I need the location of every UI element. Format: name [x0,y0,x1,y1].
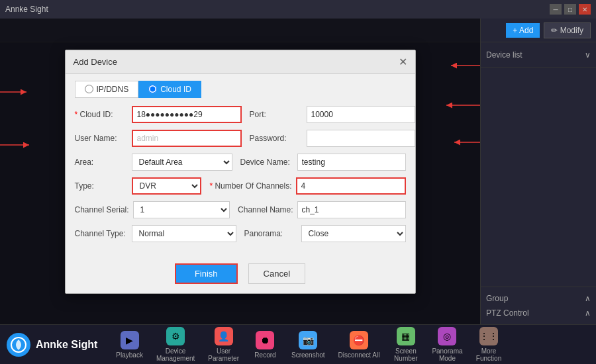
add-device-modal: Add Device ✕ IP/DDNS Cloud ID [65,50,416,294]
device-mgmt-icon: ⚙ [166,327,185,345]
password-label: Password: [250,134,303,143]
modal-overlay: should be admin can be DVR or NVR [0,19,480,324]
ptz-label: PTZ Control [486,308,529,318]
cloud-id-input[interactable] [132,106,242,123]
finish-button[interactable]: Finish [175,263,238,284]
modal-footer: Finish Cancel [66,257,415,293]
logo-svg [11,337,26,353]
cloud-id-label: Cloud ID: [75,110,128,119]
taskbar-item-disconnect[interactable]: ⛔ Disconnect All [333,328,385,361]
username-label: User Name: [75,134,128,143]
form-row-user-pass: User Name: Password: [75,130,406,147]
port-label: Port: [250,110,303,119]
device-list-label: Device list [486,50,522,60]
ptz-section: PTZ Control ∧ [486,306,591,320]
form-row-type-channels: Type: DVR NVR Number Of Channels: [75,177,406,195]
taskbar-item-record[interactable]: ⏺ Record [247,328,283,361]
logo-icon [7,333,30,357]
channel-name-input[interactable] [297,201,406,218]
area-label: Area: [75,158,128,167]
main-layout: should be admin can be DVR or NVR [0,19,596,324]
channel-name-label: Channel Name: [238,205,293,214]
sidebar-top-bar: + Add ✏ Modify [481,19,596,42]
panorama-label: Panorama: [244,229,297,238]
form-group-channels: Number Of Channels: [209,177,405,195]
password-input[interactable] [307,130,415,147]
radio-cloud-id[interactable] [148,85,157,93]
record-label: Record [254,351,275,359]
taskbar-item-more[interactable]: ⋮⋮ MoreFunction [471,324,507,364]
form-group-port: Port: [250,106,415,123]
user-param-icon: 👤 [215,327,233,345]
ptz-chevron: ∧ [585,308,591,318]
taskbar-item-device-mgmt[interactable]: ⚙ DeviceManagement [151,324,200,364]
app-logo: Annke Sight [7,333,97,357]
screen-num-label: ScreenNumber [394,347,418,362]
taskbar-item-playback[interactable]: ▶ Playback [111,328,148,361]
form-group-panorama: Panorama: Close Open [244,225,406,242]
playback-label: Playback [116,351,143,359]
form-group-channel-type: Channel Type: Normal HD [75,225,236,242]
form-group-channel-name: Channel Name: [238,201,405,218]
arrow-password [451,59,480,72]
channel-serial-select[interactable]: 1 [133,201,230,218]
type-select[interactable]: DVR NVR [132,177,202,195]
modal-close-button[interactable]: ✕ [399,56,407,68]
maximize-button[interactable]: □ [564,4,576,15]
modify-button[interactable]: ✏ Modify [544,23,591,38]
modal-tabs: IP/DDNS Cloud ID [66,74,415,98]
form-row-area-device: Area: Default Area Device Name: [75,154,406,171]
group-chevron: ∧ [585,294,591,303]
form-group-type: Type: DVR NVR [75,177,202,195]
radio-ip-ddns[interactable] [85,85,93,93]
device-mgmt-label: DeviceManagement [156,347,195,362]
form-row-type-panorama: Channel Type: Normal HD Panorama: Close [75,225,406,242]
app-name: Annke Sight [36,339,97,351]
screenshot-label: Screenshot [291,351,325,359]
screen-num-icon: ▦ [397,327,415,345]
disconnect-label: Disconnect All [338,351,380,359]
close-button[interactable]: ✕ [579,4,591,15]
username-input[interactable] [132,130,242,147]
arrow-any-name [446,99,480,112]
arrow-channels [454,136,480,149]
user-param-label: UserParameter [208,347,239,362]
titlebar: Annke Sight ─ □ ✕ [0,0,596,19]
form-group-device-name: Device Name: [240,154,406,171]
form-row-cloud-port: Cloud ID: Port: [75,106,406,123]
playback-icon: ▶ [121,331,139,349]
taskbar-item-user-param[interactable]: 👤 UserParameter [203,324,244,364]
area-select[interactable]: Default Area [132,154,232,171]
disconnect-icon: ⛔ [350,331,368,349]
panorama-mode-label: PanoramaMode [432,347,462,362]
channel-type-select[interactable]: Normal HD [132,225,236,242]
minimize-button[interactable]: ─ [550,4,562,15]
taskbar-item-panorama[interactable]: ◎ PanoramaMode [426,324,468,364]
taskbar-item-screen-num[interactable]: ▦ ScreenNumber [387,324,424,364]
add-device-button[interactable]: + Add [506,23,540,38]
channels-input[interactable] [296,177,406,195]
device-list-section: Device list ∨ [481,42,596,68]
taskbar-item-screenshot[interactable]: 📷 Screenshot [286,328,330,361]
record-icon: ⏺ [256,331,274,349]
tab-ip-ddns[interactable]: IP/DDNS [75,81,139,98]
tab-cloud-id[interactable]: Cloud ID [138,81,201,98]
modal-title: Add Device [74,57,117,67]
content-area: should be admin can be DVR or NVR [0,19,480,324]
channel-serial-label: Channel Serial: [75,205,129,214]
form-row-serial-name: Channel Serial: 1 Channel Name: [75,201,406,218]
device-name-label: Device Name: [240,158,293,167]
screenshot-icon: 📷 [299,331,317,349]
cancel-button[interactable]: Cancel [248,263,305,284]
group-section: Group ∧ [486,291,591,306]
group-label: Group [486,294,508,303]
device-list-header: Device list ∨ [486,48,591,62]
panorama-select[interactable]: Close Open [301,225,406,242]
panorama-mode-icon: ◎ [438,327,456,345]
port-input[interactable] [307,106,415,123]
right-sidebar: + Add ✏ Modify Device list ∨ Group ∧ PTZ… [480,19,596,324]
form-group-cloud-id: Cloud ID: [75,106,242,123]
device-name-input[interactable] [297,154,406,171]
channel-type-label: Channel Type: [75,229,128,238]
form-group-channel-serial: Channel Serial: 1 [75,201,230,218]
